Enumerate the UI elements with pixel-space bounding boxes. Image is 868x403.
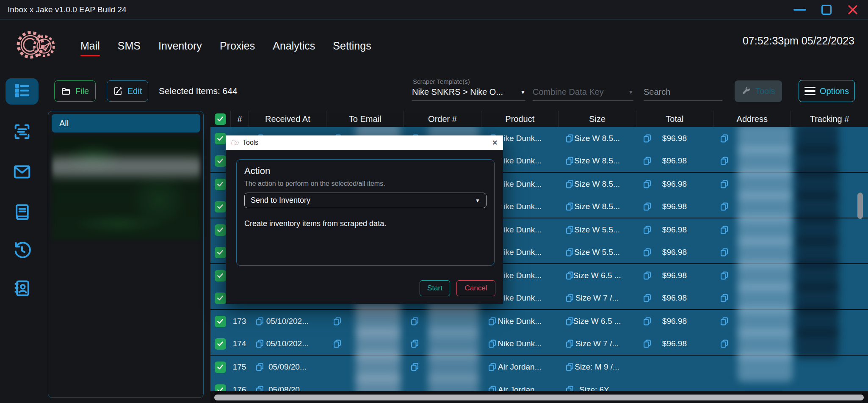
copy-icon[interactable]	[488, 317, 497, 326]
copy-icon[interactable]	[255, 363, 264, 372]
row-checkbox[interactable]	[215, 338, 226, 350]
copy-icon[interactable]	[643, 271, 652, 280]
copy-icon[interactable]	[720, 294, 729, 303]
row-checkbox[interactable]	[215, 179, 226, 190]
combine-data-key-select[interactable]: Combine Data Key ▼	[533, 87, 633, 101]
copy-icon[interactable]	[565, 386, 574, 392]
copy-icon[interactable]	[643, 157, 652, 166]
file-button[interactable]: File	[54, 80, 96, 102]
sidebar-button-notebook-icon[interactable]	[6, 200, 39, 226]
minimize-button[interactable]	[793, 9, 806, 11]
copy-icon[interactable]	[410, 340, 419, 348]
column-header-received-at[interactable]: Received At	[249, 111, 326, 127]
copy-icon[interactable]	[565, 134, 574, 143]
nav-tab-proxies[interactable]: Proxies	[220, 40, 255, 56]
horizontal-scrollbar[interactable]	[214, 395, 864, 400]
vertical-scrollbar[interactable]	[857, 193, 863, 219]
nav-tab-analytics[interactable]: Analytics	[273, 40, 315, 56]
copy-icon[interactable]	[565, 180, 574, 189]
nav-tab-inventory[interactable]: Inventory	[158, 40, 202, 56]
column-header-tracking-[interactable]: Tracking #	[791, 111, 868, 127]
copy-icon[interactable]	[643, 226, 652, 235]
copy-icon[interactable]	[488, 386, 497, 392]
row-checkbox[interactable]	[215, 201, 226, 213]
copy-icon[interactable]	[643, 294, 652, 303]
modal-close-icon[interactable]: ✕	[492, 139, 498, 146]
copy-icon[interactable]	[720, 317, 729, 326]
copy-icon[interactable]	[565, 226, 574, 235]
copy-icon[interactable]	[643, 248, 652, 257]
cell-order-number	[404, 333, 481, 355]
row-checkbox[interactable]	[215, 224, 226, 236]
nav-tab-label: Proxies	[220, 40, 255, 52]
select-all-checkbox[interactable]	[215, 113, 226, 125]
copy-icon[interactable]	[565, 317, 574, 326]
copy-icon[interactable]	[333, 340, 342, 348]
scraper-template-select[interactable]: Nike SNKRS > Nike O... ▼	[412, 87, 525, 101]
copy-icon[interactable]	[565, 157, 574, 166]
copy-icon[interactable]	[720, 226, 729, 235]
copy-icon[interactable]	[720, 180, 729, 189]
copy-icon[interactable]	[720, 248, 729, 257]
column-header-order-[interactable]: Order #	[404, 111, 481, 127]
sidebar-item-all[interactable]: All	[52, 114, 200, 132]
copy-icon[interactable]	[565, 340, 574, 348]
sidebar-button-contacts-icon[interactable]	[6, 276, 39, 302]
copy-icon[interactable]	[720, 202, 729, 211]
close-button[interactable]	[847, 4, 859, 16]
copy-icon[interactable]	[643, 202, 652, 211]
row-checkbox[interactable]	[215, 247, 226, 258]
column-header-product[interactable]: Product	[481, 111, 558, 127]
copy-icon[interactable]	[643, 340, 652, 348]
table-row[interactable]: 17405/10/202...Nike Dunk...Size W 7 /...…	[210, 333, 868, 355]
row-checkbox[interactable]	[215, 384, 226, 392]
sidebar-button-scan-icon[interactable]	[6, 119, 39, 146]
start-button[interactable]: Start	[420, 280, 450, 296]
copy-icon[interactable]	[410, 317, 419, 326]
tools-button[interactable]: Tools	[735, 80, 782, 102]
row-checkbox[interactable]	[215, 362, 226, 373]
copy-icon[interactable]	[255, 340, 264, 348]
copy-icon[interactable]	[488, 363, 497, 372]
row-checkbox[interactable]	[215, 293, 226, 304]
sidebar-button-history-icon[interactable]	[6, 238, 39, 264]
copy-icon[interactable]	[565, 271, 574, 280]
cancel-button[interactable]: Cancel	[456, 280, 495, 296]
copy-icon[interactable]	[565, 363, 574, 372]
row-checkbox[interactable]	[215, 133, 226, 144]
column-header-to-email[interactable]: To Email	[326, 111, 404, 127]
column-header-total[interactable]: Total	[636, 111, 713, 127]
copy-icon[interactable]	[643, 134, 652, 143]
table-row[interactable]: 17505/09/20...Air Jordan...Size: M 9 /..…	[210, 356, 868, 378]
maximize-button[interactable]	[821, 5, 832, 15]
action-select[interactable]: Send to Inventory ▼	[244, 193, 487, 208]
copy-icon[interactable]	[255, 317, 264, 326]
row-checkbox[interactable]	[215, 270, 226, 282]
copy-icon[interactable]	[643, 180, 652, 189]
copy-icon[interactable]	[565, 202, 574, 211]
search-input[interactable]: Search	[644, 87, 722, 101]
copy-icon[interactable]	[720, 340, 729, 348]
column-header-size[interactable]: Size	[558, 111, 636, 127]
sidebar-button-mail-icon[interactable]	[6, 160, 39, 186]
copy-icon[interactable]	[333, 317, 342, 326]
nav-tab-mail[interactable]: Mail	[80, 40, 100, 56]
sidebar-button-list-icon[interactable]	[6, 78, 39, 105]
copy-icon[interactable]	[410, 363, 419, 372]
copy-icon[interactable]	[720, 134, 729, 143]
row-checkbox[interactable]	[215, 316, 226, 327]
column-header-address[interactable]: Address	[713, 111, 791, 127]
column-header--[interactable]: #	[230, 111, 249, 127]
copy-icon[interactable]	[720, 271, 729, 280]
options-button[interactable]: Options	[799, 80, 855, 102]
edit-button[interactable]: Edit	[107, 80, 148, 102]
nav-tab-settings[interactable]: Settings	[333, 40, 371, 56]
nav-tab-sms[interactable]: SMS	[118, 40, 141, 56]
copy-icon[interactable]	[565, 248, 574, 257]
copy-icon[interactable]	[565, 294, 574, 303]
copy-icon[interactable]	[720, 157, 729, 166]
copy-icon[interactable]	[488, 340, 497, 348]
copy-icon[interactable]	[643, 317, 652, 326]
copy-icon[interactable]	[255, 386, 264, 392]
row-checkbox[interactable]	[215, 155, 226, 167]
